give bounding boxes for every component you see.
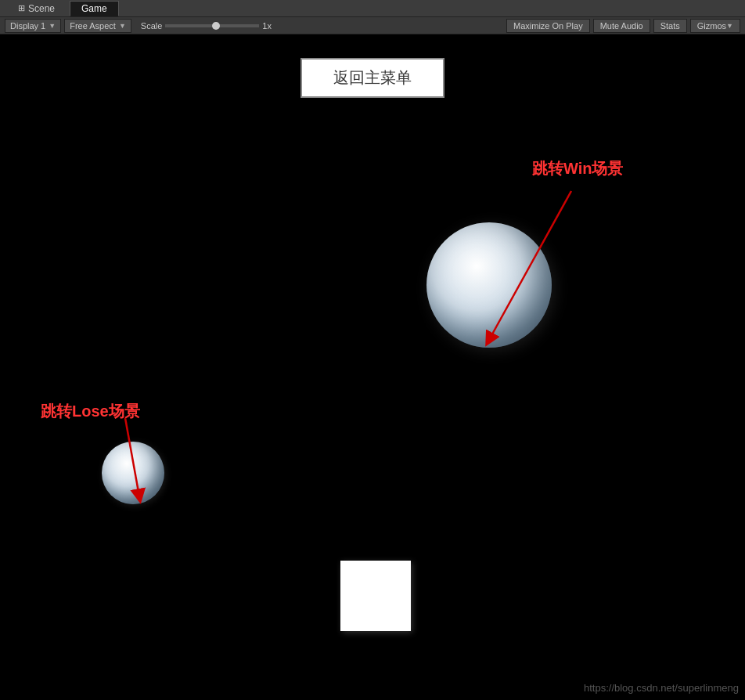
watermark: https://blog.csdn.net/superlinmeng <box>584 682 739 694</box>
maximize-on-play-btn[interactable]: Maximize On Play <box>506 19 590 33</box>
aspect-label: Free Aspect <box>70 21 116 31</box>
scale-value: 1x <box>262 21 272 31</box>
maximize-on-play-label: Maximize On Play <box>513 21 583 31</box>
mute-audio-btn[interactable]: Mute Audio <box>593 19 650 33</box>
main-menu-label: 返回主菜单 <box>333 69 412 86</box>
stats-label: Stats <box>660 21 680 31</box>
gizmos-btn[interactable]: Gizmos ▼ <box>690 19 740 33</box>
win-sphere <box>426 222 552 348</box>
scale-slider-container: 1x <box>165 21 272 31</box>
game-viewport: 返回主菜单 跳转Win场景 跳转Lose场景 https://blog.csdn… <box>0 34 745 700</box>
lose-scene-label: 跳转Lose场景 <box>41 401 140 422</box>
tab-scene[interactable]: ⊞ Scene <box>6 1 67 16</box>
aspect-dropdown[interactable]: Free Aspect ▼ <box>64 19 131 33</box>
display-dropdown-arrow: ▼ <box>49 22 56 30</box>
game-tab-label: Game <box>81 3 107 14</box>
lose-sphere <box>102 442 164 504</box>
scale-label: Scale <box>141 21 163 31</box>
gizmos-label: Gizmos <box>697 21 726 31</box>
win-scene-label: 跳转Win场景 <box>532 158 623 179</box>
toolbar: Display 1 ▼ Free Aspect ▼ Scale 1x Maxim… <box>0 17 745 34</box>
tab-game[interactable]: Game <box>70 1 119 16</box>
stats-btn[interactable]: Stats <box>653 19 687 33</box>
scale-slider-thumb <box>212 22 220 30</box>
display-dropdown[interactable]: Display 1 ▼ <box>5 19 61 33</box>
gizmos-arrow: ▼ <box>726 22 733 30</box>
aspect-dropdown-arrow: ▼ <box>119 22 126 30</box>
display-label: Display 1 <box>10 21 45 31</box>
main-menu-button[interactable]: 返回主菜单 <box>301 58 444 98</box>
white-cube <box>340 561 411 631</box>
scene-tab-label: Scene <box>28 3 55 14</box>
scene-icon: ⊞ <box>18 3 25 13</box>
title-bar: ⊞ Scene Game <box>0 0 745 17</box>
mute-audio-label: Mute Audio <box>600 21 643 31</box>
scale-slider[interactable] <box>165 24 259 27</box>
